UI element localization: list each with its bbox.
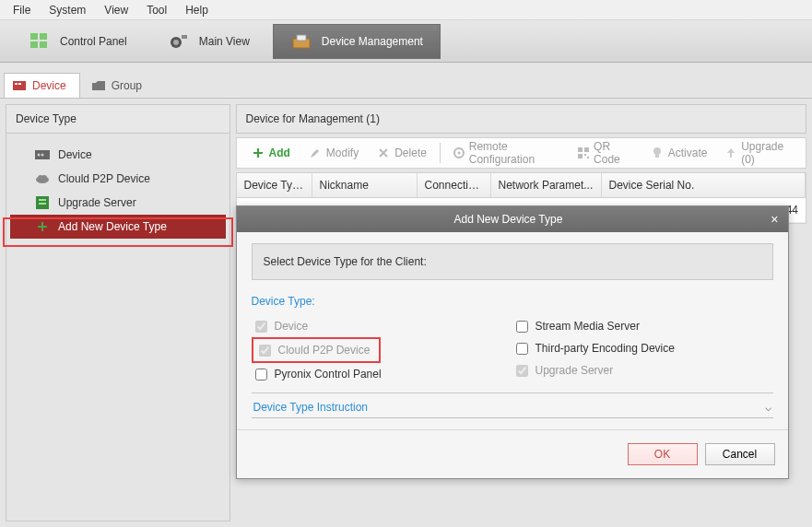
menu-help[interactable]: Help: [176, 2, 218, 18]
check-upgrade[interactable]: Upgrade Server: [512, 359, 773, 381]
remote-config-button[interactable]: Remote Configuration: [444, 136, 569, 170]
device-type-instruction[interactable]: Device Type Instruction ⌵: [252, 397, 773, 418]
tree-item-upgrade[interactable]: Upgrade Server: [10, 191, 226, 215]
tab-main-view[interactable]: Main View: [150, 24, 267, 59]
svg-rect-1: [40, 33, 47, 40]
menu-file[interactable]: File: [4, 2, 40, 18]
check-label: Upgrade Server: [535, 364, 614, 377]
checkbox-cloud[interactable]: [259, 345, 271, 357]
svg-rect-8: [297, 35, 306, 41]
upload-icon: [725, 146, 736, 159]
col-connection[interactable]: Connectio...: [418, 173, 491, 197]
tab-close-icon[interactable]: ×: [432, 23, 438, 33]
device-for-management-header: Device for Management (1): [236, 104, 806, 134]
qr-icon: [578, 146, 589, 159]
content-area: Device Type Device Clould P2P Device Upg…: [0, 98, 812, 527]
device-small-icon: [12, 79, 27, 92]
tab-label: Device Management: [322, 35, 423, 48]
add-device-type-dialog: Add New Device Type × Select Device Type…: [236, 205, 789, 479]
toolbar: Add Modify Delete Remote Configuration Q…: [236, 137, 806, 169]
tab-device-management[interactable]: × Device Management: [273, 24, 441, 59]
sub-tab-label: Device: [32, 79, 66, 92]
cloud-icon: [34, 172, 51, 185]
svg-rect-31: [587, 157, 589, 158]
device-row-icon: [34, 148, 51, 161]
svg-rect-30: [584, 154, 586, 156]
table-header: Device Type Nickname Connectio... Networ…: [237, 173, 806, 198]
menu-bar: File System View Tool Help: [0, 0, 812, 20]
check-thirdparty[interactable]: Third-party Encoding Device: [512, 337, 773, 359]
check-device[interactable]: Device: [252, 315, 512, 337]
qr-code-button[interactable]: QR Code: [569, 136, 641, 170]
upgrade-button[interactable]: Upgrade (0): [716, 136, 800, 170]
svg-point-5: [173, 40, 179, 45]
add-button[interactable]: Add: [242, 143, 300, 163]
device-type-panel: Device Type Device Clould P2P Device Upg…: [6, 104, 230, 521]
svg-rect-24: [253, 152, 263, 154]
svg-rect-3: [40, 41, 47, 48]
svg-rect-9: [13, 81, 26, 90]
checkbox-thirdparty[interactable]: [516, 343, 528, 355]
upgrade-label: Upgrade (0): [741, 140, 791, 166]
menu-system[interactable]: System: [40, 2, 95, 18]
svg-rect-10: [15, 83, 18, 85]
check-label: Third-party Encoding Device: [535, 342, 675, 355]
sub-tab-group[interactable]: Group: [84, 74, 155, 98]
checkbox-upgrade[interactable]: [516, 365, 528, 377]
sub-tab-device[interactable]: Device: [4, 73, 80, 98]
device-type-section-label: Device Type:: [252, 291, 773, 315]
col-network[interactable]: Network Paramet...: [491, 173, 602, 197]
svg-rect-28: [584, 147, 589, 152]
add-label: Add: [269, 146, 290, 159]
checkbox-stream[interactable]: [516, 321, 528, 333]
check-label: Pyronix Control Panel: [275, 368, 382, 381]
remote-label: Remote Configuration: [469, 140, 559, 166]
modify-label: Modify: [326, 146, 359, 159]
qr-label: QR Code: [594, 140, 632, 166]
server-icon: [34, 196, 51, 209]
sub-tab-label: Group: [112, 79, 142, 92]
tab-control-panel[interactable]: Control Panel: [11, 24, 145, 59]
delete-button[interactable]: Delete: [368, 143, 436, 163]
ok-button[interactable]: OK: [628, 443, 698, 465]
cancel-button[interactable]: Cancel: [705, 443, 775, 465]
svg-rect-27: [578, 147, 583, 152]
col-serial[interactable]: Device Serial No.: [602, 173, 806, 197]
svg-point-32: [653, 147, 661, 155]
svg-rect-0: [30, 33, 38, 40]
svg-rect-2: [30, 41, 38, 48]
modify-button[interactable]: Modify: [300, 143, 368, 163]
check-cloud[interactable]: Clould P2P Device: [253, 341, 376, 359]
tree-item-add-new[interactable]: Add New Device Type: [10, 215, 226, 239]
check-label: Device: [275, 320, 309, 333]
highlight-cloud-checkbox: Clould P2P Device: [252, 337, 382, 363]
plus-icon: [34, 220, 51, 233]
dialog-prompt: Select Device Type for the Client:: [252, 243, 773, 280]
menu-tool[interactable]: Tool: [137, 2, 176, 18]
checkbox-device[interactable]: [255, 321, 267, 333]
svg-rect-33: [655, 155, 659, 158]
dialog-title-text: Add New Device Type: [246, 213, 771, 226]
col-nickname[interactable]: Nickname: [312, 173, 418, 197]
svg-point-17: [41, 175, 47, 181]
device-type-header: Device Type: [6, 105, 229, 134]
col-device-type[interactable]: Device Type: [237, 173, 312, 197]
sub-tab-bar: Device Group: [0, 70, 812, 98]
device-box-icon: [290, 32, 312, 51]
svg-rect-29: [578, 154, 583, 158]
tree-item-cloud[interactable]: Clould P2P Device: [10, 167, 226, 191]
gear-icon: [453, 146, 465, 159]
menu-view[interactable]: View: [95, 2, 137, 18]
dialog-titlebar: Add New Device Type ×: [237, 206, 788, 232]
tree-label: Upgrade Server: [58, 196, 136, 209]
close-icon[interactable]: ×: [771, 212, 778, 227]
main-tab-bar: Control Panel Main View × Device Managem…: [0, 20, 812, 63]
grid-icon: [29, 32, 51, 51]
check-stream[interactable]: Stream Media Server: [512, 315, 773, 337]
check-pyronix[interactable]: Pyronix Control Panel: [252, 363, 512, 385]
activate-button[interactable]: Activate: [641, 143, 717, 163]
divider: [252, 392, 773, 393]
activate-label: Activate: [668, 146, 708, 159]
checkbox-pyronix[interactable]: [255, 369, 267, 381]
tree-item-device[interactable]: Device: [10, 143, 226, 167]
